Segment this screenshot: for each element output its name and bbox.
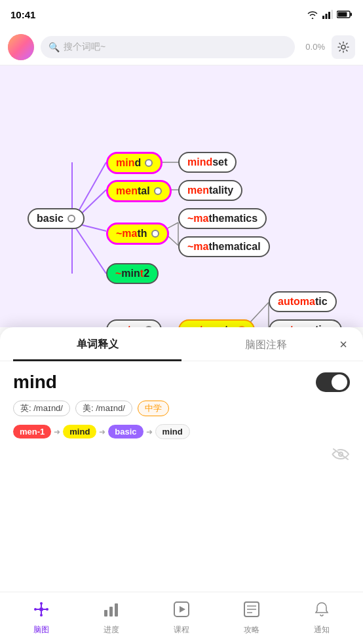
toggle-switch[interactable] [316, 372, 350, 392]
svg-marker-37 [180, 606, 185, 613]
node-math[interactable]: ~math [106, 223, 169, 245]
nav-label-guide: 攻略 [244, 624, 259, 635]
panel-header: 单词释义 脑图注释 × [0, 327, 363, 361]
status-icons [307, 10, 353, 19]
svg-rect-3 [332, 10, 334, 19]
svg-point-7 [341, 45, 345, 49]
node-automatica[interactable]: automatica [269, 319, 342, 327]
course-nav-icon [173, 601, 190, 622]
eye-off-icon[interactable] [332, 447, 350, 465]
svg-rect-1 [326, 14, 328, 19]
dot-mental [154, 187, 162, 195]
node-mathematical[interactable]: ~mathematical [178, 236, 270, 257]
svg-rect-0 [322, 16, 324, 19]
bottom-panel: 单词释义 脑图注释 × mind 英: /maɪnd/ 美: /maɪnd/ 中… [0, 327, 363, 644]
status-bar: 10:41 [0, 0, 363, 29]
close-button[interactable]: × [334, 335, 353, 353]
settings-button[interactable] [332, 35, 355, 59]
battery-icon [337, 10, 353, 19]
mindmap-nav-icon [33, 601, 50, 622]
svg-rect-34 [109, 607, 113, 617]
guide-nav-icon [243, 601, 260, 622]
nav-item-mindmap[interactable]: 脑图 [7, 601, 77, 635]
nav-label-progress: 进度 [104, 624, 119, 635]
search-icon: 🔍 [48, 42, 60, 52]
node-basic-text: basic [37, 213, 64, 224]
related-chip-men1[interactable]: men-1 [13, 425, 51, 438]
toggle-knob [332, 374, 347, 390]
time: 10:41 [10, 9, 35, 20]
svg-rect-5 [351, 13, 353, 16]
svg-point-31 [34, 608, 37, 611]
svg-rect-6 [338, 12, 347, 17]
node-mindset[interactable]: mindset [178, 152, 237, 173]
dot-mind [145, 159, 153, 167]
nav-item-course[interactable]: 课程 [147, 601, 217, 635]
progress-nav-icon [103, 601, 120, 622]
nav-item-progress[interactable]: 进度 [77, 601, 147, 635]
panel-content: mind 英: /maɪnd/ 美: /maɪnd/ 中学 men-1 ➜ mi… [0, 361, 363, 592]
mindmap-area: basic mind mental ~math ~mint2 mindset m… [0, 65, 363, 327]
svg-point-29 [40, 602, 43, 605]
notification-nav-icon [313, 601, 330, 622]
top-nav: 🔍 搜个词吧~ 0.0% [0, 29, 363, 65]
tab-word-definition[interactable]: 单词释义 [13, 338, 182, 361]
dot-basic [67, 215, 75, 223]
node-automate[interactable]: automate [178, 319, 255, 327]
word-title: mind [13, 372, 57, 393]
svg-rect-33 [104, 610, 107, 617]
node-mint2[interactable]: ~mint2 [106, 263, 159, 284]
svg-rect-2 [328, 12, 330, 19]
node-basic[interactable]: basic [28, 208, 85, 229]
svg-line-11 [72, 223, 106, 274]
svg-point-32 [46, 608, 48, 611]
related-chip-mind[interactable]: mind [63, 425, 96, 438]
svg-point-24 [39, 607, 43, 611]
nav-item-notification[interactable]: 通知 [286, 601, 356, 635]
node-automatic[interactable]: automatic [269, 291, 337, 312]
node-mental[interactable]: mental [106, 180, 172, 202]
arrow-icon-3: ➜ [146, 427, 153, 437]
nav-label-course: 课程 [174, 624, 189, 635]
svg-rect-35 [115, 603, 118, 617]
svg-point-30 [40, 614, 43, 617]
arrow-icon-1: ➜ [54, 427, 60, 437]
avatar[interactable] [8, 34, 34, 60]
pronunciation-american[interactable]: 美: /maɪnd/ [75, 401, 132, 416]
node-mind[interactable]: mind [106, 152, 162, 174]
related-chip-basic[interactable]: basic [108, 425, 143, 438]
related-chip-mind2[interactable]: mind [155, 424, 190, 439]
nav-label-notification: 通知 [314, 624, 330, 635]
pronunciation-british[interactable]: 英: /maɪnd/ [13, 401, 70, 416]
pronunciation-row: 英: /maɪnd/ 美: /maɪnd/ 中学 [13, 401, 350, 416]
wifi-icon [307, 10, 318, 19]
signal-icon [322, 10, 333, 19]
node-mathematics[interactable]: ~mathematics [178, 208, 267, 229]
percentage-label: 0.0% [301, 42, 325, 52]
level-tag: 中学 [138, 401, 169, 416]
node-auto-prefix[interactable]: auto- [106, 319, 162, 327]
search-placeholder: 搜个词吧~ [64, 41, 105, 53]
eye-off-area [13, 447, 350, 465]
search-bar[interactable]: 🔍 搜个词吧~ [41, 36, 295, 58]
dot-math [151, 230, 159, 238]
arrow-icon-2: ➜ [99, 427, 105, 437]
related-words-row: men-1 ➜ mind ➜ basic ➜ mind [13, 424, 350, 439]
nav-item-guide[interactable]: 攻略 [216, 601, 286, 635]
gear-icon [337, 41, 350, 54]
word-title-row: mind [13, 372, 350, 393]
bottom-nav: 脑图 进度 课程 [0, 592, 363, 644]
nav-label-mindmap: 脑图 [33, 624, 49, 635]
node-mentality[interactable]: mentality [178, 180, 242, 201]
tab-mindmap-notes[interactable]: 脑图注释 [182, 338, 350, 360]
